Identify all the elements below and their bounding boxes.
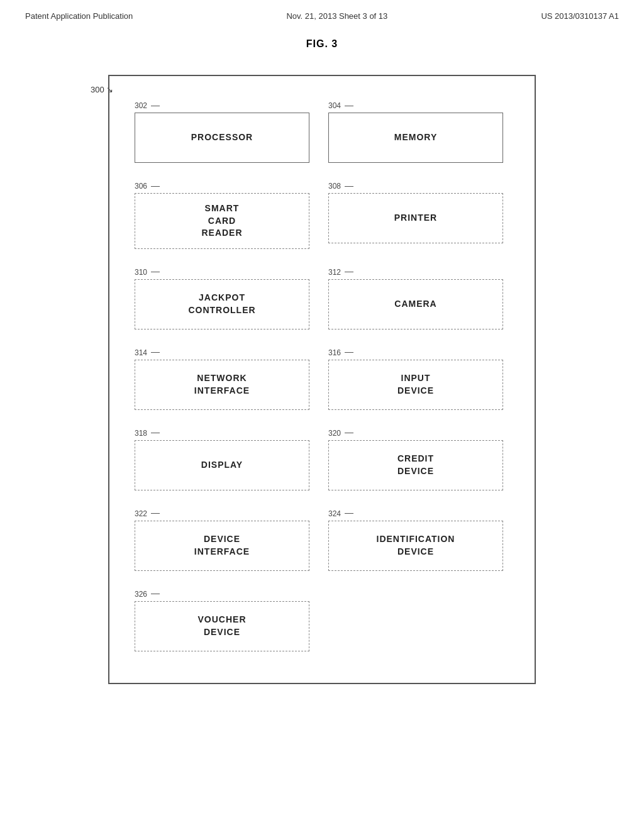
ref-306: 306 xyxy=(135,182,309,191)
header-right: US 2013/0310137 A1 xyxy=(541,11,619,21)
page-header: Patent Application Publication Nov. 21, … xyxy=(0,0,644,27)
memory-box: MEMORY xyxy=(328,113,503,163)
ref-318: 318 xyxy=(135,429,309,438)
ref-320: 320 xyxy=(328,429,503,438)
ref-326: 326 xyxy=(135,590,309,599)
processor-box: PROCESSOR xyxy=(135,113,309,163)
cell-308: 308 PRINTER xyxy=(322,175,516,262)
diagram-container: 300 ↘ 302 PROCESSOR 304 MEMORY 306 xyxy=(83,56,561,709)
cell-318: 318 DISPLAY xyxy=(128,423,322,503)
ref-314: 314 xyxy=(135,348,309,357)
ref-322: 322 xyxy=(135,509,309,518)
display-box: DISPLAY xyxy=(135,440,309,490)
ref-316: 316 xyxy=(328,348,503,357)
jackpot-controller-box: JACKPOTCONTROLLER xyxy=(135,279,309,329)
header-left: Patent Application Publication xyxy=(25,11,133,21)
component-grid: 302 PROCESSOR 304 MEMORY 306 SMARTCARDRE… xyxy=(128,95,516,584)
ref-310: 310 xyxy=(135,268,309,277)
cell-312: 312 CAMERA xyxy=(322,262,516,342)
device-interface-box: DEVICEINTERFACE xyxy=(135,521,309,571)
ref-304: 304 xyxy=(328,101,503,110)
cell-322: 322 DEVICEINTERFACE xyxy=(128,503,322,584)
ref-302: 302 xyxy=(135,101,309,110)
cell-310: 310 JACKPOTCONTROLLER xyxy=(128,262,322,342)
cell-326: 326 VOUCHERDEVICE xyxy=(128,584,322,664)
identification-device-box: IDENTIFICATIONDEVICE xyxy=(328,521,503,571)
header-middle: Nov. 21, 2013 Sheet 3 of 13 xyxy=(286,11,387,21)
outer-box: 302 PROCESSOR 304 MEMORY 306 SMARTCARDRE… xyxy=(108,75,536,684)
network-interface-box: NETWORKINTERFACE xyxy=(135,360,309,410)
input-device-box: INPUTDEVICE xyxy=(328,360,503,410)
camera-box: CAMERA xyxy=(328,279,503,329)
cell-314: 314 NETWORKINTERFACE xyxy=(128,342,322,423)
cell-306: 306 SMARTCARDREADER xyxy=(128,175,322,262)
ref-324: 324 xyxy=(328,509,503,518)
credit-device-box: CREDITDEVICE xyxy=(328,440,503,490)
cell-302: 302 PROCESSOR xyxy=(128,95,322,175)
smart-card-reader-box: SMARTCARDREADER xyxy=(135,193,309,249)
empty-cell xyxy=(322,584,516,664)
cell-324: 324 IDENTIFICATIONDEVICE xyxy=(322,503,516,584)
ref-312: 312 xyxy=(328,268,503,277)
printer-box: PRINTER xyxy=(328,193,503,243)
bottom-row: 326 VOUCHERDEVICE xyxy=(128,584,516,664)
voucher-device-box: VOUCHERDEVICE xyxy=(135,601,309,651)
cell-316: 316 INPUTDEVICE xyxy=(322,342,516,423)
fig-title: FIG. 3 xyxy=(0,38,644,50)
ref-308: 308 xyxy=(328,182,503,191)
cell-304: 304 MEMORY xyxy=(322,95,516,175)
cell-320: 320 CREDITDEVICE xyxy=(322,423,516,503)
